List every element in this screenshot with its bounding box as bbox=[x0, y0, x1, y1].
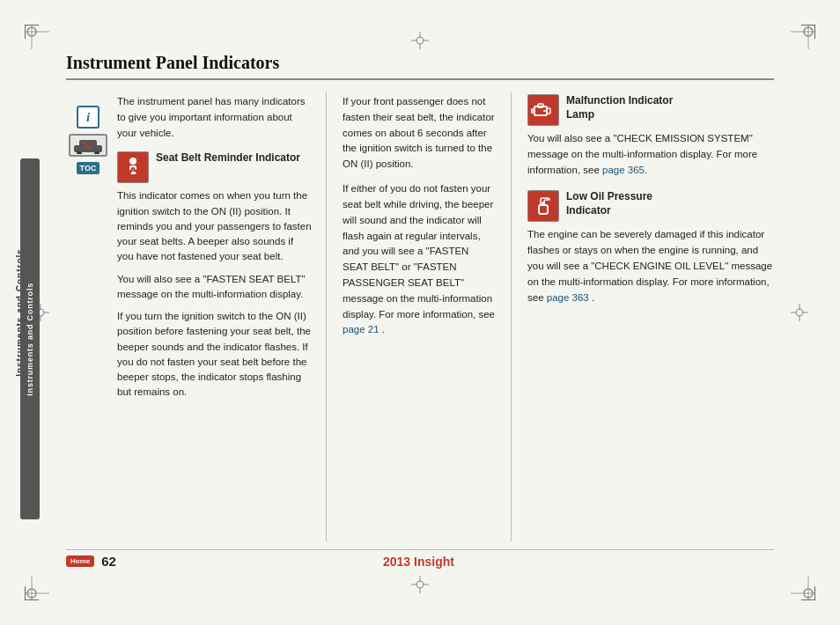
sidebar-tab: Instruments and Controls bbox=[20, 158, 40, 519]
page: Instruments and Controls Instruments and… bbox=[66, 53, 774, 572]
malfunction-section-header: Malfunction Indicator Lamp bbox=[527, 94, 774, 126]
oil-pressure-icon bbox=[527, 190, 559, 222]
corner-mark-tr bbox=[791, 25, 815, 49]
page-footer: Home 62 2013 Insight bbox=[66, 549, 774, 572]
mid-para2: If either of you do not fasten your seat… bbox=[343, 181, 495, 338]
footer-left: Home 62 bbox=[66, 554, 116, 569]
seat-belt-para2: You will also see a "FASTEN SEAT BELT" m… bbox=[117, 272, 312, 303]
main-content: The instrument panel has many indicators… bbox=[117, 92, 774, 541]
footer-title: 2013 Insight bbox=[383, 555, 454, 569]
corner-mark-tl bbox=[25, 25, 49, 49]
oil-pressure-body: The engine can be severely damaged if th… bbox=[527, 227, 774, 305]
malfunction-body: You will also see a "CHECK EMISSION SYST… bbox=[527, 131, 774, 178]
col-mid: If your front passenger does not fasten … bbox=[327, 92, 512, 541]
oil-pressure-title: Low Oil Pressure Indicator bbox=[566, 190, 652, 217]
seat-indicator-icon bbox=[69, 134, 107, 157]
page-link-363[interactable]: page 363 bbox=[547, 292, 589, 303]
svg-rect-52 bbox=[547, 108, 550, 114]
svg-point-25 bbox=[416, 581, 424, 588]
home-button[interactable]: Home bbox=[66, 555, 94, 567]
svg-point-35 bbox=[796, 309, 803, 316]
page-link-365[interactable]: page 365 bbox=[602, 165, 645, 175]
info-icon: i bbox=[77, 106, 99, 129]
side-icons-column: i TOC bbox=[66, 106, 110, 174]
malfunction-title: Malfunction Indicator Lamp bbox=[566, 94, 673, 121]
page-title: Instrument Panel Indicators bbox=[66, 53, 774, 73]
oil-pressure-section-header: Low Oil Pressure Indicator bbox=[527, 190, 774, 222]
mid-para1: If your front passenger does not fasten … bbox=[343, 94, 495, 173]
seat-belt-para1: This indicator comes on when you turn th… bbox=[117, 188, 312, 264]
col-left: The instrument panel has many indicators… bbox=[117, 92, 327, 541]
page-header: Instrument Panel Indicators bbox=[66, 53, 774, 80]
intro-text: The instrument panel has many indicators… bbox=[117, 94, 312, 141]
corner-mark-bl bbox=[25, 576, 49, 600]
col-right: Malfunction Indicator Lamp You will also… bbox=[512, 92, 774, 541]
page-link-21[interactable]: page 21 bbox=[343, 324, 379, 335]
seat-belt-title: Seat Belt Reminder Indicator bbox=[156, 151, 300, 165]
crosshair-top bbox=[411, 32, 429, 49]
toc-badge[interactable]: TOC bbox=[77, 162, 100, 174]
svg-point-20 bbox=[416, 37, 424, 44]
seat-belt-para3: If you turn the ignition switch to the O… bbox=[117, 309, 312, 401]
svg-point-45 bbox=[129, 158, 136, 165]
crosshair-right bbox=[791, 304, 808, 321]
malfunction-icon bbox=[527, 94, 559, 126]
page-number: 62 bbox=[101, 554, 116, 569]
corner-mark-br bbox=[791, 576, 815, 600]
crosshair-bottom bbox=[411, 576, 429, 593]
seat-belt-section-header: Seat Belt Reminder Indicator bbox=[117, 151, 312, 183]
svg-point-56 bbox=[542, 202, 545, 205]
seat-belt-icon bbox=[117, 151, 149, 183]
